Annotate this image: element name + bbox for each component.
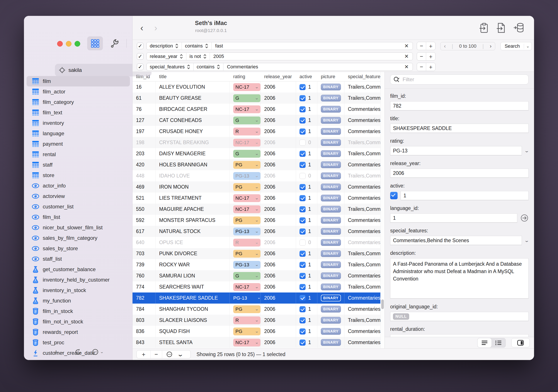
cell-active[interactable]: 1 (296, 126, 317, 137)
sidebar-item-test_proc[interactable]: test_proc (26, 337, 130, 348)
cell-picture[interactable]: BINARY (317, 148, 344, 159)
table-row[interactable]: 198CRYSTAL BREAKINGNC-17⌄20060BINARYTrai… (132, 137, 380, 148)
cell-active[interactable]: 1 (296, 315, 317, 326)
table-row[interactable]: 203DAISY MENAGERIEG⌄20061BINARYTrailers,… (132, 148, 380, 159)
cell-title[interactable]: STEEL SANTA (156, 337, 230, 348)
cell-film-id[interactable]: 640 (132, 237, 156, 248)
sidebar-item-film_text[interactable]: film_text (26, 107, 130, 118)
cell-active[interactable]: 0 (296, 170, 317, 181)
sidebar-item-film_not_in_stock[interactable]: film_not_in_stock (26, 316, 130, 327)
sidebar-item-staff_list[interactable]: staff_list (26, 254, 130, 264)
chevron-down-icon[interactable]: ⌄ (524, 148, 529, 153)
filter-remove-icon[interactable]: ✕ (401, 64, 413, 70)
cell-title[interactable]: ALLEY EVOLUTION (156, 81, 230, 93)
filter-field-select[interactable]: release_year (147, 53, 186, 60)
sidebar-item-payment[interactable]: payment (26, 139, 130, 149)
active-checkbox[interactable] (299, 195, 305, 201)
table-scrollbar[interactable] (380, 72, 384, 349)
cell-rating[interactable]: PG-13⌄ (230, 170, 261, 181)
rating-dropdown[interactable]: NC-17⌄ (233, 194, 261, 202)
cell-picture[interactable]: BINARY (317, 226, 344, 237)
cell-picture[interactable]: BINARY (317, 270, 344, 281)
table-row[interactable]: 843STEEL SANTANC-17⌄20061BINARYCommentar… (132, 337, 380, 348)
binary-badge[interactable]: BINARY (321, 106, 341, 113)
filter-enabled-checkbox[interactable]: ✓ (137, 53, 143, 60)
rating-dropdown[interactable]: NC-17⌄ (233, 83, 261, 91)
cell-release-year[interactable]: 2006 (261, 304, 296, 315)
cell-film-id[interactable]: 836 (132, 326, 156, 337)
cell-picture[interactable]: BINARY (317, 315, 344, 326)
sidebar-item-sales_by_film_category[interactable]: sales_by_film_category (26, 233, 130, 243)
cell-active[interactable]: 1 (296, 181, 317, 193)
sidebar-item-language[interactable]: language (26, 128, 130, 139)
cell-release-year[interactable]: 2006 (261, 159, 296, 170)
field-input[interactable]: 2006 (390, 169, 529, 178)
cell-release-year[interactable]: 2006 (261, 93, 296, 104)
cell-release-year[interactable]: 2006 (261, 181, 296, 193)
active-checkbox[interactable] (299, 229, 305, 235)
cell-film-id[interactable]: 803 (132, 315, 156, 326)
cell-special-features[interactable]: Trailers,Commentaries (344, 93, 380, 104)
cell-picture[interactable]: BINARY (317, 215, 344, 226)
binary-badge[interactable]: BINARY (321, 317, 341, 324)
table-row[interactable]: 550MAGUIRE APACHENC-17⌄20061BINARYTraile… (132, 204, 380, 215)
cell-active[interactable]: 1 (296, 304, 317, 315)
cell-title[interactable]: SQUAD FISH (156, 326, 230, 337)
rating-dropdown[interactable]: G⌄ (233, 94, 261, 102)
cell-active[interactable]: 1 (296, 215, 317, 226)
page-next-icon[interactable]: › (490, 43, 491, 49)
cell-special-features[interactable]: Commentaries (344, 326, 380, 337)
binary-badge[interactable]: BINARY (321, 139, 341, 146)
cell-active[interactable]: 1 (296, 159, 317, 170)
cell-release-year[interactable]: 2006 (261, 81, 296, 93)
cell-special-features[interactable]: Trailers,Commentaries (344, 248, 380, 259)
cell-release-year[interactable]: 2006 (261, 226, 296, 237)
binary-badge[interactable]: BINARY (321, 84, 341, 90)
cell-active[interactable]: 1 (296, 248, 317, 259)
cell-title[interactable]: SLACKER LIAISONS (156, 315, 230, 326)
pagination-control[interactable]: ‹ | 0 to 100 | › (440, 42, 495, 50)
panel-filter-field[interactable]: Filter (390, 75, 529, 85)
cell-active[interactable]: 0 (296, 137, 317, 148)
rating-dropdown[interactable]: G⌄ (233, 150, 261, 158)
cell-rating[interactable]: NC-17⌄ (230, 193, 261, 204)
active-checkbox[interactable] (299, 151, 305, 157)
filter-value-input[interactable]: Commentaries (223, 64, 401, 70)
sidebar-item-rewards_report[interactable]: rewards_report (26, 327, 130, 337)
active-checkbox[interactable] (299, 117, 305, 123)
table-row[interactable]: 739ROCKY WARPG-13⌄20061BINARYTrailers,Co… (132, 259, 380, 270)
table-row[interactable]: 703PUNK DIVORCEPG⌄20061BINARYTrailers,Co… (132, 248, 380, 259)
cell-special-features[interactable]: Trailers,Commentaries (344, 81, 380, 93)
cell-release-year[interactable]: 2006 (261, 237, 296, 248)
cell-release-year[interactable]: 2006 (261, 337, 296, 348)
filter-remove-icon[interactable]: ✕ (401, 43, 413, 49)
cell-special-features[interactable]: Commentaries (344, 237, 380, 248)
sidebar-item-staff[interactable]: staff (26, 160, 130, 170)
filter-operator-select[interactable]: is not (186, 53, 210, 60)
cell-picture[interactable]: BINARY (317, 104, 344, 115)
rating-dropdown[interactable]: PG⌄ (233, 161, 261, 169)
cell-film-id[interactable]: 61 (132, 93, 156, 104)
row-more-button[interactable]: ⌄ (162, 350, 191, 358)
cell-release-year[interactable]: 2006 (261, 248, 296, 259)
active-checkbox[interactable] (299, 140, 305, 146)
sidebar-item-sales_by_store[interactable]: sales_by_store (26, 243, 130, 254)
active-checkbox[interactable] (299, 106, 305, 112)
cell-rating[interactable]: NC-17⌄ (230, 204, 261, 215)
cell-active[interactable]: 1 (296, 193, 317, 204)
cell-rating[interactable]: NC-17⌄ (230, 281, 261, 292)
field-textarea[interactable]: A Fast-Paced Panorama of a Lumberjack An… (390, 258, 529, 298)
rating-dropdown[interactable]: R⌄ (233, 239, 261, 247)
cell-special-features[interactable]: Trailers,Commentaries (344, 259, 380, 270)
cell-film-id[interactable]: 843 (132, 337, 156, 348)
active-checkbox[interactable] (299, 328, 305, 334)
table-row[interactable]: 760SAMURAI LIONG⌄20061BINARYCommentaries (132, 270, 380, 281)
cell-special-features[interactable]: Commentaries (344, 304, 380, 315)
cell-active[interactable]: 1 (296, 292, 317, 304)
cell-special-features[interactable]: Commentaries (344, 181, 380, 193)
cell-active[interactable]: 1 (296, 270, 317, 281)
binary-badge[interactable]: BINARY (321, 261, 341, 268)
cell-rating[interactable]: NC-17⌄ (230, 104, 261, 115)
cell-title[interactable]: HOLES BRANNIGAN (156, 159, 230, 170)
field-dropdown[interactable]: PG-13 (390, 146, 522, 155)
